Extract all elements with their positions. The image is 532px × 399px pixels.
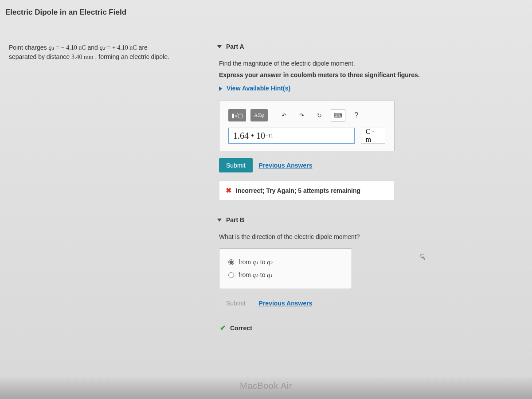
keyboard-button[interactable]: ⌨ <box>331 109 345 121</box>
help-icon: ? <box>354 111 358 119</box>
undo-button[interactable]: ↶ <box>278 109 291 121</box>
part-b-title: Part B <box>226 216 244 223</box>
part-a-body: Find the magnitude of the electric dipol… <box>217 60 439 200</box>
equation-toolbar: ▮√▢ ΑΣφ ↶ ↷ ↻ ⌨ ? <box>228 109 385 121</box>
radio-option-2[interactable]: from q₂ to q₁ <box>228 269 343 282</box>
text: separated by distance <box>9 53 71 60</box>
math-var: q₁ <box>267 272 273 278</box>
page-title: Electric Dipole in an Electric Field <box>5 8 527 17</box>
part-b-header[interactable]: Part B <box>217 216 439 223</box>
math-var: q₂ <box>267 259 273 266</box>
math-var-q1: q₁ <box>49 44 55 51</box>
content-row: Point charges q₁ = − 4.10 nC and q₂ = + … <box>0 25 532 353</box>
text: , forming an electric dipole. <box>95 53 169 60</box>
feedback-correct: ✔ Correct <box>219 318 395 337</box>
fraction-icon: ▮√▢ <box>231 112 243 119</box>
math-var-q2: q₂ <box>100 44 106 51</box>
part-b-body: What is the direction of the electric di… <box>217 233 439 337</box>
text: to <box>260 258 267 266</box>
feedback-text: Incorrect; Try Again; 5 attempts remaini… <box>236 187 360 194</box>
option-text: from q₂ to q₁ <box>239 271 273 279</box>
check-icon: ✔ <box>220 324 226 332</box>
answer-value: 1.64 • 10 <box>233 131 265 141</box>
part-a-format: Express your answer in coulomb meters to… <box>219 71 439 78</box>
option-text: from q₁ to q₂ <box>239 258 273 266</box>
caret-down-icon <box>217 219 222 222</box>
radio-option-1[interactable]: from q₁ to q₂ <box>228 256 343 269</box>
symbols-icon: ΑΣφ <box>254 112 264 119</box>
radio-panel: from q₁ to q₂ from q₂ to q₁ <box>219 248 352 289</box>
radio-input-2[interactable] <box>228 272 234 278</box>
device-label: MacBook Air <box>240 381 292 391</box>
undo-icon: ↶ <box>282 112 286 119</box>
view-hints-link[interactable]: View Available Hint(s) <box>219 85 439 92</box>
submit-button-disabled: Submit <box>219 296 253 310</box>
part-a-title: Part A <box>226 43 244 50</box>
problem-text: Point charges q₁ = − 4.10 nC and q₂ = + … <box>9 43 185 62</box>
part-a-header[interactable]: Part A <box>217 43 439 50</box>
answer-exponent: −11 <box>265 133 273 139</box>
math-var: q₂ <box>253 272 258 278</box>
text: are <box>139 44 148 51</box>
submit-button[interactable]: Submit <box>219 158 253 172</box>
reset-button[interactable]: ↻ <box>313 109 326 121</box>
fraction-template-button[interactable]: ▮√▢ <box>228 109 246 121</box>
text: from <box>239 258 253 266</box>
reset-icon: ↻ <box>317 112 322 119</box>
math-q2-val: = + 4.10 nC <box>107 44 137 51</box>
keyboard-icon: ⌨ <box>334 112 342 119</box>
math-distance: 3.40 mm <box>71 54 94 60</box>
part-b-instruction: What is the direction of the electric di… <box>219 233 439 240</box>
help-button[interactable]: ? <box>350 109 363 121</box>
radio-input-1[interactable] <box>228 259 234 265</box>
text: Point charges <box>9 44 49 51</box>
previous-answers-link[interactable]: Previous Answers <box>259 162 313 169</box>
page-header: Electric Dipole in an Electric Field <box>0 0 532 25</box>
hints-label: View Available Hint(s) <box>227 85 290 92</box>
math-var: q₁ <box>253 259 258 266</box>
part-b-actions: Submit Previous Answers <box>219 296 439 310</box>
part-a-actions: Submit Previous Answers <box>219 158 439 172</box>
part-a-instruction: Find the magnitude of the electric dipol… <box>219 60 439 67</box>
feedback-text: Correct <box>230 325 252 332</box>
feedback-incorrect: ✖ Incorrect; Try Again; 5 attempts remai… <box>219 180 395 200</box>
answer-row: 1.64 • 10−11 C · m <box>228 128 385 144</box>
caret-down-icon <box>217 45 222 48</box>
previous-answers-link[interactable]: Previous Answers <box>259 300 313 307</box>
redo-icon: ↷ <box>299 112 304 119</box>
x-icon: ✖ <box>226 186 231 195</box>
unit-label: C · m <box>361 128 385 144</box>
answer-input[interactable]: 1.64 • 10−11 <box>228 128 355 144</box>
text: to <box>260 271 267 278</box>
redo-button[interactable]: ↷ <box>295 109 309 121</box>
answer-panel-a: ▮√▢ ΑΣφ ↶ ↷ ↻ ⌨ ? 1.64 • 10−11 C · m <box>219 101 395 151</box>
text: from <box>239 271 253 278</box>
answer-column: Part A Find the magnitude of the electri… <box>191 25 439 353</box>
math-q1-val: = − 4.10 nC <box>56 44 86 51</box>
problem-statement: Point charges q₁ = − 4.10 nC and q₂ = + … <box>0 25 191 353</box>
text: and <box>87 44 99 51</box>
caret-right-icon <box>219 86 222 91</box>
symbols-button[interactable]: ΑΣφ <box>250 109 267 121</box>
